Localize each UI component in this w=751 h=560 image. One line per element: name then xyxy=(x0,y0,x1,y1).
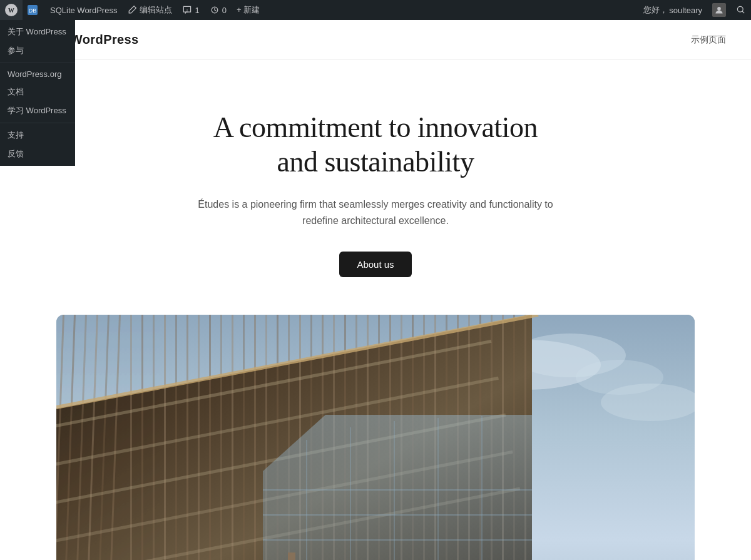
new-content-button[interactable]: + 新建 xyxy=(232,0,265,20)
feedback-link[interactable]: 反馈 xyxy=(0,145,75,163)
comments-count: 1 xyxy=(195,6,199,15)
svg-rect-32 xyxy=(243,315,245,560)
svg-point-7 xyxy=(737,6,743,12)
svg-point-6 xyxy=(717,7,721,11)
admin-bar: W DB SQLite WordPress 编辑站点 xyxy=(0,0,751,20)
hero-title: A commitment to innovation and sustainab… xyxy=(181,110,570,179)
support-link[interactable]: 支持 xyxy=(0,126,75,145)
wp-logo-menu[interactable]: W xyxy=(0,0,23,20)
about-wp-link[interactable]: 关于 WordPress xyxy=(0,23,75,41)
ping-count: 0 xyxy=(222,6,227,15)
username-label: soulteary xyxy=(669,6,702,15)
sqlite-wp-icon: DB xyxy=(23,0,45,20)
site-name-label: SQLite WordPress xyxy=(50,6,117,15)
edit-site-button[interactable]: 编辑站点 xyxy=(122,0,177,20)
svg-rect-29 xyxy=(209,315,211,560)
learn-link[interactable]: 学习 WordPress xyxy=(0,101,75,120)
wp-logo-icon: W xyxy=(5,4,18,16)
greeting-label: 您好， xyxy=(643,4,668,16)
site-name-button[interactable]: SQLite WordPress xyxy=(45,0,122,20)
search-icon xyxy=(736,5,746,15)
hero-section: A commitment to innovation and sustainab… xyxy=(156,60,595,315)
svg-rect-26 xyxy=(175,315,177,560)
main-content: SQLite WordPress 示例页面 A commitment to in… xyxy=(0,20,751,560)
participate-link[interactable]: 参与 xyxy=(0,41,75,60)
svg-text:DB: DB xyxy=(29,8,37,14)
comments-icon xyxy=(182,5,192,15)
greeting-text: 您好， soulteary xyxy=(638,0,707,20)
search-button[interactable] xyxy=(731,0,751,20)
svg-point-4 xyxy=(187,9,188,11)
edit-site-label: 编辑站点 xyxy=(140,4,172,16)
hero-subtitle: Études is a pioneering firm that seamles… xyxy=(181,196,570,228)
ping-icon xyxy=(210,5,220,15)
ping-button[interactable]: 0 xyxy=(205,0,232,20)
svg-marker-66 xyxy=(263,415,532,560)
site-header: SQLite WordPress 示例页面 xyxy=(0,20,751,60)
image-section xyxy=(0,315,751,560)
svg-rect-25 xyxy=(164,315,166,560)
wp-org-link[interactable]: WordPress.org xyxy=(0,66,75,83)
new-content-label: + 新建 xyxy=(237,4,260,16)
user-avatar[interactable] xyxy=(707,0,731,20)
svg-rect-31 xyxy=(232,315,233,560)
svg-rect-24 xyxy=(153,315,155,560)
edit-icon xyxy=(127,5,137,15)
avatar-icon xyxy=(715,6,723,14)
svg-rect-30 xyxy=(220,315,222,560)
svg-rect-78 xyxy=(288,552,295,560)
wp-dropdown-menu: 关于 WordPress 参与 WordPress.org 文档 学习 Word… xyxy=(0,20,75,166)
svg-rect-33 xyxy=(254,315,256,560)
comments-button[interactable]: 1 xyxy=(177,0,204,20)
building-image xyxy=(56,315,695,560)
example-page-link[interactable]: 示例页面 xyxy=(691,34,726,46)
building-canvas xyxy=(56,315,695,560)
about-us-button[interactable]: About us xyxy=(339,252,411,277)
svg-text:W: W xyxy=(8,7,14,14)
docs-link[interactable]: 文档 xyxy=(0,83,75,101)
svg-rect-22 xyxy=(130,315,132,560)
building-svg xyxy=(56,315,695,560)
